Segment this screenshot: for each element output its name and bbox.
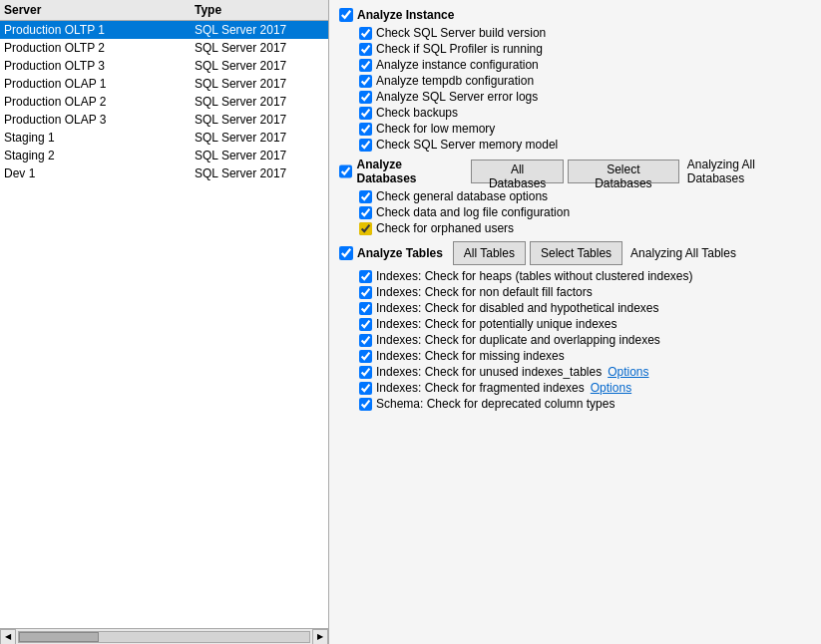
scrollbar-bottom[interactable]: ◀ ▶: [0, 628, 328, 644]
tables-status: Analyzing All Tables: [630, 246, 736, 260]
scroll-right-arrow[interactable]: ▶: [312, 629, 328, 645]
tables-btn-group: All Tables Select Tables: [453, 241, 622, 265]
option-checkbox[interactable]: [359, 382, 372, 395]
option-label: Indexes: Check for missing indexes: [376, 349, 565, 363]
option-checkbox[interactable]: [359, 318, 372, 331]
analyze-databases-options: Check general database optionsCheck data…: [339, 189, 811, 235]
option-label: Indexes: Check for duplicate and overlap…: [376, 333, 660, 347]
option-item: Indexes: Check for disabled and hypothet…: [359, 301, 659, 315]
analyze-databases-checkbox[interactable]: [339, 164, 352, 178]
server-type: SQL Server 2017: [195, 41, 324, 55]
scroll-left-arrow[interactable]: ◀: [0, 629, 16, 645]
option-checkbox[interactable]: [359, 190, 372, 203]
option-checkbox[interactable]: [359, 75, 372, 88]
option-item-row: Indexes: Check for unused indexes_tables…: [359, 365, 811, 379]
option-label: Analyze tempdb configuration: [376, 74, 534, 88]
option-label: Indexes: Check for fragmented indexes: [376, 381, 585, 395]
option-item-row: Indexes: Check for heaps (tables without…: [359, 269, 811, 283]
option-item: Indexes: Check for unused indexes_tables: [359, 365, 602, 379]
analyze-instance-checkbox[interactable]: [339, 8, 353, 22]
option-label: Indexes: Check for unused indexes_tables: [376, 365, 602, 379]
server-name: Staging 2: [4, 149, 195, 162]
option-checkbox[interactable]: [359, 27, 372, 40]
analyze-instance-options: Check SQL Server build versionCheck if S…: [339, 26, 811, 152]
left-panel: Server Type Production OLTP 1SQL Server …: [0, 0, 329, 644]
analyze-databases-label[interactable]: Analyze Databases: [339, 158, 461, 185]
option-item-row: Indexes: Check for disabled and hypothet…: [359, 301, 811, 315]
server-type: SQL Server 2017: [195, 23, 324, 37]
select-tables-button[interactable]: Select Tables: [530, 241, 622, 265]
server-row[interactable]: Staging 1SQL Server 2017: [0, 129, 328, 147]
server-type: SQL Server 2017: [195, 95, 324, 109]
option-item: Check for orphaned users: [359, 221, 811, 235]
scrollbar-thumb[interactable]: [19, 632, 99, 642]
option-item-row: Indexes: Check for fragmented indexesOpt…: [359, 381, 811, 395]
option-checkbox[interactable]: [359, 123, 372, 136]
option-label: Analyze SQL Server error logs: [376, 90, 538, 104]
all-databases-button[interactable]: All Databases: [471, 160, 564, 183]
analyze-instance-label[interactable]: Analyze Instance: [339, 8, 454, 22]
option-checkbox[interactable]: [359, 398, 372, 411]
option-checkbox[interactable]: [359, 222, 372, 235]
analyze-databases-section: Analyze Databases All Databases Select D…: [339, 158, 811, 235]
header-server: Server: [4, 3, 195, 17]
server-row[interactable]: Production OLAP 2SQL Server 2017: [0, 93, 328, 111]
server-name: Dev 1: [4, 166, 195, 180]
option-item: Indexes: Check for missing indexes: [359, 349, 565, 363]
server-row[interactable]: Staging 2SQL Server 2017: [0, 147, 328, 164]
server-list: Production OLTP 1SQL Server 2017Producti…: [0, 21, 328, 628]
server-type: SQL Server 2017: [195, 113, 324, 127]
option-checkbox[interactable]: [359, 107, 372, 120]
option-label: Check for orphaned users: [376, 221, 514, 235]
option-checkbox[interactable]: [359, 286, 372, 299]
server-row[interactable]: Production OLAP 1SQL Server 2017: [0, 75, 328, 93]
server-row[interactable]: Dev 1SQL Server 2017: [0, 164, 328, 182]
server-row[interactable]: Production OLAP 3SQL Server 2017: [0, 111, 328, 129]
option-label: Indexes: Check for disabled and hypothet…: [376, 301, 659, 315]
analyze-tables-checkbox[interactable]: [339, 246, 353, 260]
scrollbar-track[interactable]: [18, 631, 310, 643]
option-item: Indexes: Check for potentially unique in…: [359, 317, 616, 331]
option-item: Check data and log file configuration: [359, 205, 811, 219]
option-checkbox[interactable]: [359, 139, 372, 152]
option-label: Check general database options: [376, 189, 548, 203]
server-row[interactable]: Production OLTP 2SQL Server 2017: [0, 39, 328, 57]
all-tables-button[interactable]: All Tables: [453, 241, 526, 265]
option-checkbox[interactable]: [359, 43, 372, 56]
option-checkbox[interactable]: [359, 206, 372, 219]
option-item-row: Indexes: Check for non default fill fact…: [359, 285, 811, 299]
server-type: SQL Server 2017: [195, 166, 324, 180]
server-name: Production OLAP 2: [4, 95, 195, 109]
databases-status: Analyzing All Databases: [687, 158, 811, 185]
analyze-instance-header: Analyze Instance: [339, 8, 811, 22]
header-type: Type: [195, 3, 324, 17]
option-label: Schema: Check for deprecated column type…: [376, 397, 615, 411]
option-item: Check if SQL Profiler is running: [359, 42, 811, 56]
server-name: Production OLTP 2: [4, 41, 195, 55]
option-item: Check backups: [359, 106, 811, 120]
analyze-tables-label[interactable]: Analyze Tables: [339, 246, 443, 260]
option-item: Check for low memory: [359, 122, 811, 136]
option-label: Check if SQL Profiler is running: [376, 42, 543, 56]
select-databases-button[interactable]: Select Databases: [568, 160, 679, 183]
option-checkbox[interactable]: [359, 91, 372, 104]
option-checkbox[interactable]: [359, 366, 372, 379]
options-link[interactable]: Options: [608, 365, 648, 379]
option-item: Indexes: Check for duplicate and overlap…: [359, 333, 660, 347]
options-link[interactable]: Options: [591, 381, 631, 395]
server-type: SQL Server 2017: [195, 131, 324, 145]
option-checkbox[interactable]: [359, 59, 372, 72]
option-item: Indexes: Check for non default fill fact…: [359, 285, 593, 299]
option-checkbox[interactable]: [359, 334, 372, 347]
analyze-tables-header: Analyze Tables All Tables Select Tables …: [339, 241, 811, 265]
option-checkbox[interactable]: [359, 350, 372, 363]
server-row[interactable]: Production OLTP 1SQL Server 2017: [0, 21, 328, 39]
server-name: Production OLTP 3: [4, 59, 195, 73]
option-checkbox[interactable]: [359, 270, 372, 283]
option-checkbox[interactable]: [359, 302, 372, 315]
server-type: SQL Server 2017: [195, 77, 324, 91]
option-item: Analyze SQL Server error logs: [359, 90, 811, 104]
option-item: Check SQL Server memory model: [359, 138, 811, 152]
server-row[interactable]: Production OLTP 3SQL Server 2017: [0, 57, 328, 75]
option-label: Check backups: [376, 106, 458, 120]
